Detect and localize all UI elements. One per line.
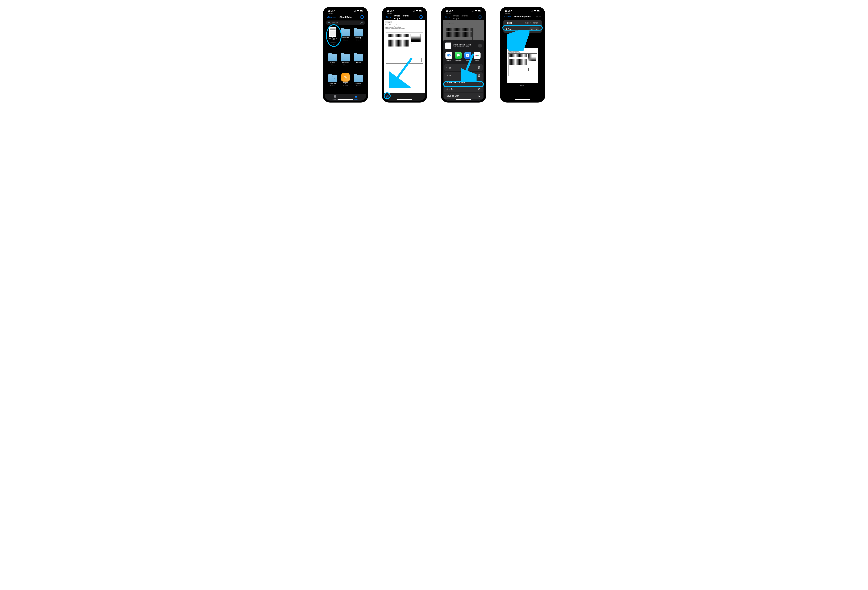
home-indicator[interactable] <box>397 99 412 100</box>
svg-rect-46 <box>537 10 539 12</box>
notch <box>336 7 355 11</box>
nav-bar: Cancel Printer Options Print <box>502 14 543 19</box>
home-indicator[interactable] <box>515 99 530 100</box>
files-grid: Order Refund - Apple 10:33 AM 74 KB Pixe… <box>325 27 366 94</box>
markup-button[interactable]: ✎ <box>419 15 423 19</box>
nav-title: iCloud Drive <box>339 16 352 18</box>
phone-frame-1: 12:16↗ ◂ Search ‹ Browse iCloud Drive ⋯ … <box>323 7 368 102</box>
status-time: 12:16 <box>505 10 510 12</box>
screen-files-browse: 12:16↗ ◂ Search ‹ Browse iCloud Drive ⋯ … <box>325 9 366 101</box>
share-app-slack[interactable]: Slack <box>474 52 481 61</box>
cancel-button[interactable]: Cancel <box>504 15 511 18</box>
svg-rect-8 <box>413 11 413 12</box>
stepper-minus[interactable]: − <box>530 27 534 31</box>
print-preview[interactable]: Return Shipping Label Cut this label and… <box>502 34 543 101</box>
done-button[interactable]: Done <box>386 16 391 18</box>
notch <box>395 7 414 11</box>
file-meta: 3 items <box>356 85 360 87</box>
svg-rect-34 <box>478 75 480 75</box>
phone-frame-2: 12:16↗ ◂ Search Done Order Refund - Appl… <box>382 7 427 102</box>
breadcrumb[interactable]: ◂ Search <box>325 12 366 14</box>
file-order-refund[interactable]: Order Refund - Apple 10:33 AM 74 KB <box>327 27 338 51</box>
breadcrumb[interactable]: ◂ Search <box>502 12 543 14</box>
action-add-tags[interactable]: Add Tags <box>444 86 483 93</box>
more-options-button[interactable]: ⋯ <box>360 15 364 19</box>
file-meta: 36 items <box>356 64 361 66</box>
svg-point-36 <box>479 81 480 83</box>
svg-rect-6 <box>363 10 363 11</box>
share-app-messages[interactable]: Messages <box>455 52 462 61</box>
file-meta: 19 items <box>343 84 348 86</box>
share-title: Order Refund - Apple <box>453 44 476 46</box>
file-meta: 0 items <box>343 64 348 66</box>
action-save-draft[interactable]: Save as Draft <box>444 93 483 99</box>
home-indicator[interactable] <box>338 99 353 100</box>
folder-pixelmator[interactable]: Pixelmator 0 items <box>340 27 351 51</box>
svg-rect-19 <box>474 10 474 12</box>
printer-icon <box>478 74 481 77</box>
back-button[interactable]: ‹ Browse <box>327 16 336 18</box>
svg-point-23 <box>449 55 449 56</box>
messages-icon <box>455 52 462 59</box>
folder-byword[interactable]: Byword 145 items <box>327 52 338 72</box>
status-icons <box>472 10 481 12</box>
location-icon: ↗ <box>510 10 512 12</box>
printer-selector[interactable]: Printer Select Printer › <box>503 20 542 26</box>
folder-preview[interactable]: Preview 3 items <box>353 73 364 93</box>
airdrop-icon <box>446 52 452 59</box>
location-icon: ↗ <box>333 10 335 12</box>
share-apps-row[interactable]: AirDrop Messages Mail Slack <box>443 51 484 63</box>
folder-icon <box>341 54 350 62</box>
file-meta: 0 items <box>343 39 348 41</box>
search-placeholder: Search <box>332 22 338 24</box>
nav-title: Printer Options <box>514 15 531 18</box>
share-button[interactable] <box>386 95 390 99</box>
svg-point-38 <box>478 88 479 89</box>
svg-rect-11 <box>415 10 415 12</box>
mail-icon <box>464 52 471 59</box>
document-preview[interactable]: 1 of 1 Return Shipping Label Cut this la… <box>384 20 425 93</box>
svg-rect-42 <box>531 11 532 12</box>
copies-row: 1 Copy − + <box>503 26 542 32</box>
file-label: Byword <box>330 62 335 64</box>
markup-button: ✎ <box>478 15 482 19</box>
folder-downloads[interactable]: Downloads 18 items <box>327 73 338 93</box>
breadcrumb[interactable]: ◂ Search <box>384 12 425 14</box>
mic-icon[interactable]: 🎤 <box>360 22 363 24</box>
action-copy[interactable]: Copy <box>444 64 483 71</box>
svg-rect-41 <box>531 11 531 12</box>
action-share-icloud[interactable]: Share File in iCloud <box>444 79 483 86</box>
share-app-airdrop[interactable]: AirDrop <box>446 52 452 61</box>
home-indicator[interactable] <box>456 99 471 100</box>
close-button[interactable]: ✕ <box>478 44 482 47</box>
breadcrumb: ◂ Search <box>443 12 484 14</box>
folder-icon <box>354 95 357 98</box>
file-size: 74 KB <box>331 43 335 45</box>
svg-rect-31 <box>478 66 480 68</box>
people-icon <box>478 81 481 84</box>
folder-to-file[interactable]: To File 36 items <box>353 52 364 72</box>
phone-frame-4: 12:16↗ ◂ Search Cancel Printer Options P… <box>500 7 545 102</box>
chevron-right-icon: › <box>539 22 539 24</box>
clock-icon <box>334 95 337 98</box>
print-button-disabled: Print <box>536 15 541 18</box>
action-print[interactable]: Print <box>444 72 483 79</box>
svg-rect-17 <box>472 11 473 12</box>
status-time: 12:16 <box>328 10 333 12</box>
share-thumbnail <box>445 43 451 49</box>
file-label: Pixelmator <box>342 37 349 39</box>
document-page: Return Shipping Label Cut this label and… <box>384 20 425 93</box>
folder-icon <box>354 54 363 62</box>
screen-share-sheet: 12:16↗ ◂ Search Done Order Refund - Appl… <box>443 9 484 101</box>
stepper-plus[interactable]: + <box>534 27 539 31</box>
nav-bar: Done Order Refund - Apple ✎ <box>443 14 484 20</box>
app-pages[interactable]: ✎ Pages 19 items <box>340 73 351 93</box>
file-label: To File <box>356 62 361 64</box>
file-label: Pages <box>343 82 348 84</box>
folder-shortcuts[interactable]: Shortcuts 0 items <box>340 52 351 72</box>
slack-icon <box>474 52 481 59</box>
doc-heading: Return Shipping Label <box>385 24 424 25</box>
search-input[interactable]: 🔍 Search 🎤 <box>326 21 365 25</box>
folder-desktop[interactable]: Desktop 0 items <box>353 27 364 51</box>
share-app-mail[interactable]: Mail <box>464 52 471 61</box>
